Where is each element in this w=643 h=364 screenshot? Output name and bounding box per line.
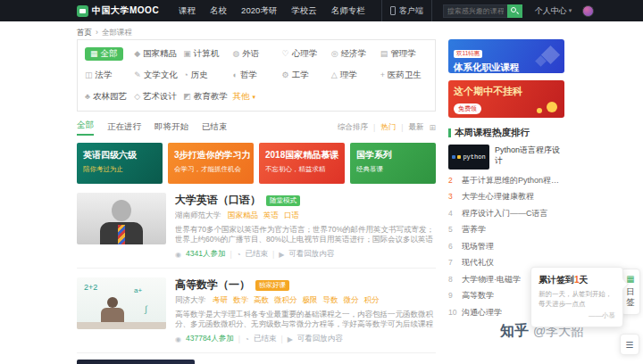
banner-title: 英语四级六级 xyxy=(83,149,156,161)
python-logo-icon xyxy=(457,155,461,159)
newcomer-coupon-banner[interactable]: 领取 ¥424 新人助学金 xyxy=(77,360,195,364)
grid-view-icon[interactable]: ⊞ xyxy=(429,123,436,132)
personal-center-menu[interactable]: 个人中心 ▾ xyxy=(535,5,572,17)
tab-in-progress[interactable]: 正在进行 xyxy=(107,121,141,136)
category-item-management[interactable]: ▤ 管理学 xyxy=(380,47,428,61)
ranking-item-5[interactable]: 5 营养学 xyxy=(448,224,564,236)
yinyang-icon: ◐ xyxy=(232,71,237,79)
breadcrumb-home[interactable]: 首页 xyxy=(77,28,92,38)
course-tag[interactable]: 数学 xyxy=(233,295,248,306)
category-item-literature[interactable]: ✎ 文学文化 xyxy=(134,69,181,82)
breadcrumb: 首页 › 全部课程 xyxy=(77,28,132,38)
course-card-english[interactable]: 大学英语（口语） 随堂模式 湖南师范大学 国家精品 英语 口语 世界有70多个国… xyxy=(77,184,436,269)
search-input[interactable] xyxy=(443,4,507,18)
course-tag[interactable]: 英语 xyxy=(263,211,279,221)
ranking-item-1[interactable]: python Python语言程序设计 xyxy=(448,145,564,170)
category-item-science[interactable]: △ 理学 xyxy=(331,69,379,82)
nav-item-teacher-column[interactable]: 名师专栏 xyxy=(331,5,365,17)
sort-hot[interactable]: 热门 xyxy=(380,122,396,133)
course-tag[interactable]: 口语 xyxy=(284,211,299,221)
banner-title: 3步打造你的学习力 xyxy=(174,149,247,161)
plant-icon: ♣ xyxy=(85,93,90,101)
category-item-education[interactable]: ◩ 教育教学 xyxy=(183,90,230,103)
category-item-medicine[interactable]: + 医药卫生 xyxy=(380,69,428,82)
course-tag[interactable]: 积分 xyxy=(364,295,380,306)
search-bar xyxy=(443,4,522,18)
nav-item-kaoyan[interactable]: 2020考研 xyxy=(241,5,277,17)
tab-all[interactable]: 全部 xyxy=(77,120,94,136)
category-item-agriculture[interactable]: ♣ 农林园艺 xyxy=(85,90,132,103)
category-item-psychology[interactable]: ♡ 心理学 xyxy=(282,47,330,61)
user-avatar[interactable] xyxy=(582,5,594,17)
sidebar-banner-career[interactable]: 双11特惠 体系化职业课程 xyxy=(448,39,564,73)
thumbnail-text: python xyxy=(463,153,485,161)
client-label: 客户端 xyxy=(399,5,423,17)
category-item-computer[interactable]: ▣ 计算机 xyxy=(183,47,230,61)
sort-comprehensive[interactable]: 综合排序 xyxy=(338,122,368,133)
category-item-economics[interactable]: ◎ 经济学 xyxy=(331,47,379,61)
banner-subtitle: 经典慕课 xyxy=(356,165,430,174)
category-item-national[interactable]: ◆ 国家精品 xyxy=(134,47,181,61)
banner-cet46[interactable]: 英语四级六级 陪你考过为止 xyxy=(77,143,163,184)
ranking-item-6[interactable]: 6 现场管理 xyxy=(448,241,564,252)
checkin-suffix: 天 xyxy=(580,275,589,285)
brand-name: 中国大学MOOC xyxy=(92,4,159,17)
category-item-art-design[interactable]: ◇ 艺术设计 xyxy=(134,90,181,103)
banner-guoxue[interactable]: 国学系列 经典慕课 xyxy=(350,143,436,184)
rank-number: 3 xyxy=(448,192,457,201)
category-item-law[interactable]: ◫ 法学 xyxy=(85,69,132,82)
category-label: 法学 xyxy=(96,70,113,81)
clock-icon: ◔ xyxy=(183,71,188,79)
course-card-math[interactable]: 2+2 a+ ∫ 高等数学（一） 独家好课 同济大学 考研 数学 高数 微积分 xyxy=(77,269,436,353)
triangle-icon: △ xyxy=(331,71,338,79)
course-thumbnail xyxy=(77,193,166,244)
feedback-button[interactable]: ☰ xyxy=(620,334,639,355)
banner-national-mooc[interactable]: 2018国家精品慕课 不忘初心，精益求精 xyxy=(259,143,345,184)
category-item-history[interactable]: ◔ 历史 xyxy=(183,69,230,82)
course-tag[interactable]: 极限 xyxy=(303,295,318,306)
ranking-item-2[interactable]: 2 基于计算思维的Python程序设计 xyxy=(448,175,564,186)
course-tag[interactable]: 微分 xyxy=(344,295,359,306)
replay-icon: ▶ xyxy=(288,335,293,343)
divider: | xyxy=(401,123,403,132)
free-claim-button[interactable]: 免费领 xyxy=(454,103,481,114)
banner-learning-power[interactable]: 3步打造你的学习力 会学习，才能抓住机会 xyxy=(168,143,254,184)
banner-badge: 双11特惠 xyxy=(454,50,482,58)
course-tag[interactable]: 高数 xyxy=(254,295,269,306)
course-tag[interactable]: 国家精品 xyxy=(228,211,258,221)
course-title[interactable]: 高等数学（一） xyxy=(175,277,250,293)
category-label: 哲学 xyxy=(240,70,257,81)
category-label: 农林园艺 xyxy=(93,91,127,103)
course-info: 大学英语（口语） 随堂模式 湖南师范大学 国家精品 英语 口语 世界有70多个国… xyxy=(175,193,436,260)
course-school[interactable]: 湖南师范大学 xyxy=(175,211,221,221)
nav-item-courses[interactable]: 课程 xyxy=(179,5,196,17)
course-tag[interactable]: 微积分 xyxy=(274,295,297,306)
tab-ended[interactable]: 已结束 xyxy=(202,121,228,136)
course-tag[interactable]: 导数 xyxy=(323,295,338,306)
status-clock-icon: ◔ xyxy=(245,335,249,343)
category-item-all[interactable]: ▦ 全部 xyxy=(85,47,123,61)
category-item-philosophy[interactable]: ◐ 哲学 xyxy=(232,69,280,82)
ranking-item-3[interactable]: 3 大学生心理健康教程 xyxy=(448,191,564,203)
mooc-logo[interactable]: 中国大学MOOC xyxy=(77,4,159,17)
client-download-button[interactable]: 客户端 xyxy=(381,0,432,21)
daily-sign-widget[interactable]: ▦ 日签 xyxy=(621,269,640,315)
course-school[interactable]: 同济大学 xyxy=(175,295,205,306)
nav-item-school-cloud[interactable]: 学校云 xyxy=(291,5,317,17)
category-label: 外语 xyxy=(242,48,259,60)
tab-upcoming[interactable]: 即将开始 xyxy=(154,121,188,136)
ranking-item-4[interactable]: 4 程序设计入门——C语言 xyxy=(448,208,564,219)
nav-item-schools[interactable]: 名校 xyxy=(210,5,227,17)
sort-newest[interactable]: 最新 xyxy=(408,122,423,133)
category-item-engineering[interactable]: ⚙ 工学 xyxy=(282,69,330,82)
sidebar-banner-midterm[interactable]: 这个期中不挂科 免费领 xyxy=(448,80,564,118)
ranking-item-title: 现场管理 xyxy=(462,241,494,252)
replay-label: 可看回放内容 xyxy=(288,249,334,260)
category-item-language[interactable]: ◍ 外语 xyxy=(232,47,280,61)
category-item-other[interactable]: 其他 ▾ xyxy=(232,90,280,103)
search-icon xyxy=(511,7,516,12)
course-title[interactable]: 大学英语（口语） xyxy=(175,193,261,208)
course-badge: 随堂模式 xyxy=(266,195,300,206)
course-tag[interactable]: 考研 xyxy=(213,295,228,306)
search-button[interactable] xyxy=(507,4,522,18)
